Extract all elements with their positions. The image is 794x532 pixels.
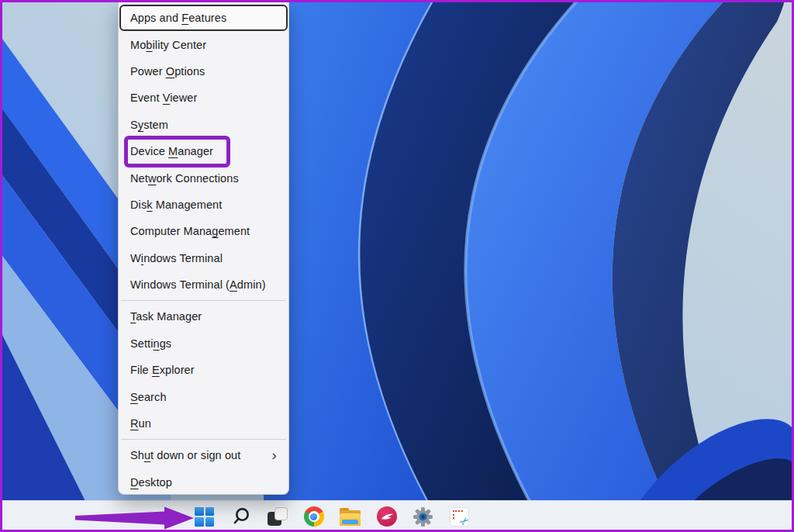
menu-separator: [121, 439, 286, 440]
menu-item-apps-and-features[interactable]: Apps and Features: [119, 5, 288, 31]
menu-item-label: Run: [130, 417, 151, 430]
menu-item-task-manager[interactable]: Task Manager: [119, 303, 288, 330]
menu-item-network-connections[interactable]: Network Connections: [119, 164, 288, 191]
winx-context-menu: Apps and Features Mobility Center Power …: [118, 2, 289, 495]
annotation-arrow-to-start-button: [70, 503, 198, 532]
menu-item-label: Windows Terminal: [130, 252, 223, 264]
snipping-tool-button[interactable]: ✂: [449, 506, 470, 527]
search-icon: [231, 506, 251, 527]
taskbar-icon-group: ✂: [194, 501, 470, 532]
menu-item-settings[interactable]: Settings: [119, 330, 288, 357]
menu-item-windows-terminal[interactable]: Windows Terminal: [119, 245, 288, 271]
menu-item-label: Task Manager: [130, 310, 202, 323]
menu-item-file-explorer[interactable]: File Explorer: [119, 357, 288, 383]
file-explorer-button[interactable]: [340, 506, 361, 527]
menu-item-label: Disk Management: [130, 199, 222, 211]
menu-item-label: Search: [130, 391, 167, 403]
menu-item-event-viewer[interactable]: Event Viewer: [119, 85, 288, 111]
search-button[interactable]: [230, 506, 251, 527]
menu-item-computer-management[interactable]: Computer Management: [119, 218, 288, 244]
menu-item-mobility-center[interactable]: Mobility Center: [119, 31, 288, 57]
menu-item-label: Computer Management: [130, 225, 250, 237]
menu-item-label: System: [130, 119, 168, 131]
annotation-highlight-box-device-manager: [124, 136, 230, 168]
snagit-button[interactable]: [376, 506, 397, 527]
menu-item-label: Power Options: [130, 65, 205, 78]
task-view-icon: [268, 506, 288, 527]
menu-item-search[interactable]: Search: [119, 383, 288, 409]
menu-item-label: Settings: [130, 337, 171, 350]
menu-item-label: Event Viewer: [130, 92, 197, 104]
folder-icon: [340, 508, 361, 526]
snagit-icon: [377, 506, 397, 527]
menu-item-label: Apps and Features: [130, 12, 226, 24]
menu-item-disk-management[interactable]: Disk Management: [119, 192, 288, 218]
chevron-right-icon: ›: [272, 447, 277, 462]
menu-item-label: Network Connections: [130, 172, 239, 185]
chrome-icon: [304, 506, 324, 527]
snipping-tool-icon: ✂: [450, 507, 469, 527]
menu-item-label: Windows Terminal (Admin): [130, 278, 266, 291]
menu-item-run[interactable]: Run: [119, 410, 288, 437]
menu-item-label: Desktop: [130, 476, 172, 489]
settings-button[interactable]: [413, 506, 433, 527]
menu-item-label: Shut down or sign out: [130, 449, 240, 461]
menu-separator: [121, 300, 286, 301]
menu-item-windows-terminal-admin[interactable]: Windows Terminal (Admin): [119, 271, 288, 298]
menu-item-label: File Explorer: [130, 364, 195, 376]
menu-item-shut-down-or-sign-out[interactable]: Shut down or sign out ›: [119, 442, 288, 468]
menu-item-system[interactable]: System: [119, 112, 288, 138]
menu-item-desktop[interactable]: Desktop: [119, 469, 288, 496]
gear-icon: [413, 506, 433, 527]
menu-item-power-options[interactable]: Power Options: [119, 58, 288, 85]
chrome-button[interactable]: [303, 506, 324, 527]
menu-item-label: Mobility Center: [130, 39, 206, 51]
task-view-button[interactable]: [267, 506, 288, 527]
